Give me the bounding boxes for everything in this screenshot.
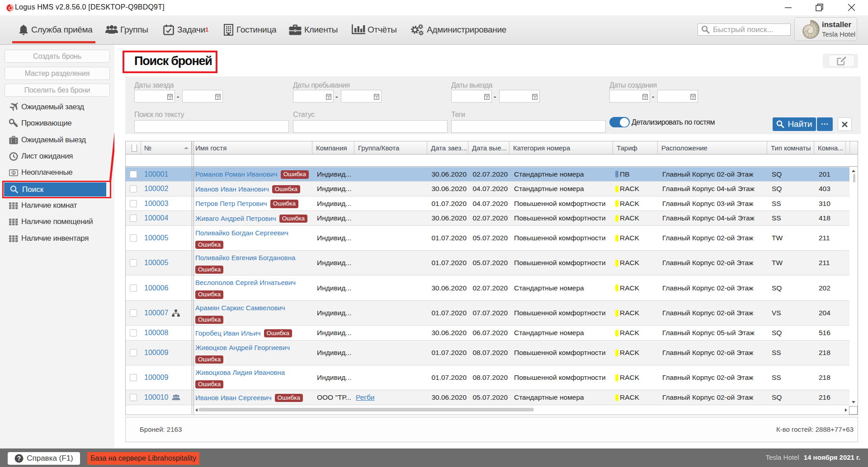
svg-text:7: 7 — [328, 96, 330, 100]
svg-text:7: 7 — [486, 96, 488, 100]
svg-text:7: 7 — [217, 96, 219, 100]
svg-text:7: 7 — [534, 96, 536, 100]
svg-text:?: ? — [17, 455, 21, 462]
svg-text:7: 7 — [376, 96, 377, 100]
svg-text:7: 7 — [169, 96, 171, 100]
svg-text:7: 7 — [644, 96, 646, 100]
svg-text:7: 7 — [692, 96, 694, 100]
